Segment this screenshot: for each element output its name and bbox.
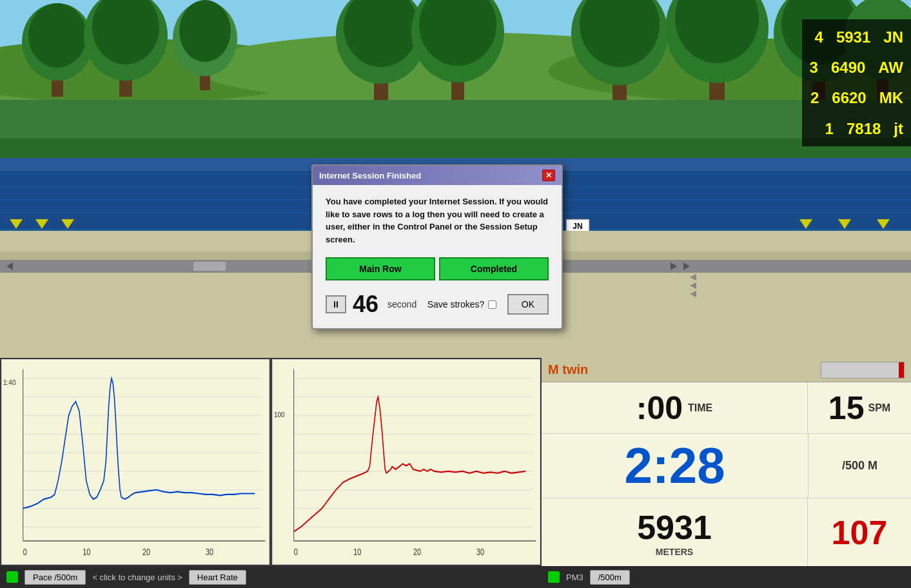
ok-button[interactable]: OK <box>507 294 549 315</box>
heart-rate-button[interactable]: Heart Rate <box>189 570 246 585</box>
right-status-bar: PM3 /500m <box>542 566 911 588</box>
internet-session-dialog: Internet Session Finished ✕ You have com… <box>311 164 563 329</box>
svg-text:30: 30 <box>206 546 213 557</box>
pace-graph-y-label: 1:40 <box>3 379 15 386</box>
meters-row: 5931 METERS 107 <box>542 498 911 566</box>
pm3-text: PM3 <box>566 573 583 582</box>
save-strokes-checkbox[interactable] <box>488 300 496 309</box>
dialog-footer: ⏸ 46 second Save strokes? OK <box>326 291 549 318</box>
dialog-title: Internet Session Finished <box>319 171 421 181</box>
click-units-text: < click to change units > <box>92 573 182 582</box>
dialog-buttons: Main Row Completed <box>326 257 549 280</box>
save-strokes-area: Save strokes? <box>427 299 497 309</box>
spm-label: SPM <box>868 402 890 414</box>
dialog-title-bar: Internet Session Finished ✕ <box>313 166 562 185</box>
pace-row: 2:28 /500 M <box>542 434 911 498</box>
heartrate-graph-y-label: 100 <box>274 411 285 418</box>
pace-unit-cell: /500 M <box>808 434 911 498</box>
time-spm-row: :00 TIME 15 SPM <box>542 382 911 434</box>
timer-value: 46 <box>353 291 378 318</box>
svg-text:10: 10 <box>83 546 90 557</box>
hr-cell: 107 <box>808 498 911 566</box>
meters-value: 5931 <box>637 508 712 547</box>
pace-unit: /500 M <box>842 459 877 473</box>
status-bar: Pace /500m < click to change units > Hea… <box>0 566 542 588</box>
timer-unit: second <box>387 299 416 309</box>
meters-cell: 5931 METERS <box>542 498 808 566</box>
pace-graph: 1:40 <box>1 359 269 565</box>
pause-button[interactable]: ⏸ <box>326 295 346 313</box>
dialog-message: You have completed your Internet Session… <box>326 195 549 246</box>
m-twin-label: M twin <box>548 362 588 377</box>
hr-value: 107 <box>832 513 888 552</box>
svg-text:10: 10 <box>353 546 361 557</box>
svg-text:20: 20 <box>413 546 421 557</box>
svg-text:0: 0 <box>294 546 298 557</box>
right-status-green-dot <box>548 571 560 583</box>
meters-label: METERS <box>656 547 693 557</box>
time-value: :00 <box>636 389 683 427</box>
main-row-button[interactable]: Main Row <box>326 257 435 280</box>
pace-button[interactable]: Pace /500m <box>24 570 86 585</box>
pace-cell: 2:28 <box>542 434 808 498</box>
completed-button[interactable]: Completed <box>439 257 549 280</box>
time-cell: :00 TIME <box>542 382 808 433</box>
heartrate-graph: 100 0 <box>272 359 540 565</box>
save-strokes-label: Save strokes? <box>427 299 485 309</box>
spm-cell: 15 SPM <box>808 382 911 433</box>
bottom-area: 1:40 <box>0 358 911 588</box>
time-label: TIME <box>688 402 712 414</box>
rowing-scene: JN 4 5931 JN 3 6490 AW 2 6620 MK <box>0 0 911 358</box>
status-green-dot <box>6 571 18 583</box>
graphs-top: 1:40 <box>0 358 542 566</box>
spm-value: 15 <box>828 389 865 427</box>
svg-text:0: 0 <box>23 546 27 557</box>
pace-value: 2:28 <box>624 436 725 495</box>
dialog-body: You have completed your Internet Session… <box>313 185 562 328</box>
dialog-overlay: Internet Session Finished ✕ You have com… <box>0 0 911 358</box>
dialog-close-button[interactable]: ✕ <box>542 170 555 181</box>
metrics-top-bar: M twin <box>542 358 911 382</box>
per500-button[interactable]: /500m <box>590 570 630 585</box>
metrics-panel: M twin :00 TIME 15 SPM 2:28 <box>542 358 911 588</box>
svg-text:20: 20 <box>142 546 150 557</box>
graphs-area: 1:40 <box>0 358 542 588</box>
svg-text:30: 30 <box>476 546 484 557</box>
